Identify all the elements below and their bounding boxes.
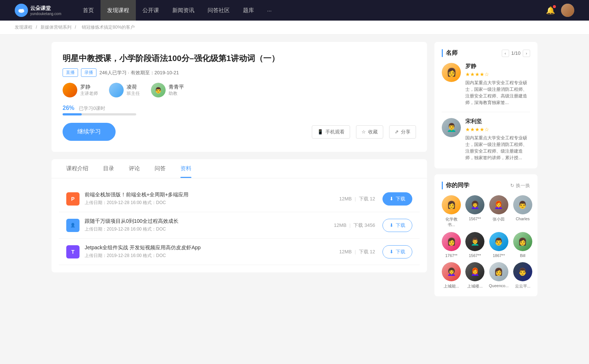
logo[interactable]: 云朵课堂 yundouketang.com <box>15 4 61 17</box>
prev-page-btn[interactable]: ‹ <box>502 50 509 57</box>
student-avatar-10: 👩‍🦰 <box>465 262 484 281</box>
tab-intro[interactable]: 课程介绍 <box>59 159 96 178</box>
teacher-name-2: 凌荷 <box>127 84 140 90</box>
student-name-9: 上城能... <box>444 283 459 289</box>
tab-comments[interactable]: 评论 <box>121 159 147 178</box>
teachers-title: 名师 <box>442 49 458 57</box>
progress-bar-bg <box>63 113 136 115</box>
file-info-1: 前端全栈加强版！前端全栈+全周期+多端应用 上传日期：2019-12-28 16… <box>85 192 339 206</box>
download-icon-1: ⬇ <box>389 196 394 201</box>
student-avatar-9: 👩‍🦱 <box>442 262 461 281</box>
file-meta-3: 上传日期：2019-12-28 16:00 格式：DOC <box>85 253 339 259</box>
nav-home[interactable]: 首页 <box>76 0 100 21</box>
student-name-8: Bill <box>520 253 525 258</box>
nav-news[interactable]: 新闻资讯 <box>166 0 201 21</box>
student-name-2: 1567** <box>469 217 481 221</box>
student-10: 👩‍🦰 上城楼... <box>465 262 484 289</box>
content-left: 明星中教授课，小学阶段语法100分–强化级第1讲动词（一） 直播 录播 246人… <box>52 42 427 302</box>
badge-record: 录播 <box>81 68 96 77</box>
breadcrumb-series[interactable]: 新媒体营销系列 <box>40 25 71 30</box>
teacher-role-3: 助教 <box>169 90 184 97</box>
badge-live: 直播 <box>63 68 78 77</box>
download-button-1[interactable]: ⬇ 下载 <box>382 192 412 206</box>
student-avatar-1: 👩 <box>442 195 461 214</box>
progress-bar-fill <box>63 113 82 115</box>
file-name-3: Jetpack全组件实战 开发短视频应用高仿皮皮虾App <box>85 245 339 251</box>
nav-discover[interactable]: 发现课程 <box>100 0 136 21</box>
student-7: 👨 1867** <box>489 232 509 258</box>
student-name-7: 1867** <box>493 253 505 258</box>
pagination: ‹ 1/10 › <box>502 50 530 57</box>
student-avatar-7: 👨 <box>489 232 508 251</box>
student-1: 👩 化学教书... <box>442 195 461 228</box>
action-buttons: 📱 手机观看 ☆ 收藏 ⇗ 分享 <box>312 125 416 139</box>
teacher-avatar-1 <box>63 83 77 97</box>
file-info-3: Jetpack全组件实战 开发短视频应用高仿皮皮虾App 上传日期：2019-1… <box>85 245 339 259</box>
download-icon-3: ⬇ <box>389 249 394 254</box>
download-icon-2: ⬇ <box>389 222 394 228</box>
share-button[interactable]: ⇗ 分享 <box>389 125 416 139</box>
download-button-2[interactable]: ⬇ 下载 <box>382 219 412 232</box>
notification-bell[interactable]: 🔔 <box>546 6 555 15</box>
nav-items: 首页 发现课程 公开课 新闻资讯 问答社区 题库 ··· <box>76 0 546 21</box>
breadcrumb-discover[interactable]: 发现课程 <box>15 25 32 30</box>
course-card: 明星中教授课，小学阶段语法100分–强化级第1讲动词（一） 直播 录播 246人… <box>52 42 427 152</box>
page-indicator: 1/10 <box>511 50 521 56</box>
progress-section: 26% 已学习0课时 <box>63 105 416 115</box>
sidebar-teacher-avatar-1: 👩 <box>442 63 461 82</box>
teacher-role-1: 主讲老师 <box>80 90 98 97</box>
student-name-5: 1767** <box>445 253 457 258</box>
student-9: 👩‍🦱 上城能... <box>442 262 461 289</box>
star-icon: ☆ <box>361 129 366 135</box>
nav-qa[interactable]: 问答社区 <box>201 0 236 21</box>
student-8: 👩 Bill <box>513 232 532 258</box>
continue-button[interactable]: 继续学习 <box>63 123 116 141</box>
phone-icon: 📱 <box>317 129 323 135</box>
file-name-1: 前端全栈加强版！前端全栈+全周期+多端应用 <box>85 192 339 198</box>
student-name-4: Charles <box>516 217 530 221</box>
user-avatar[interactable] <box>561 4 574 17</box>
teacher-role-2: 班主任 <box>127 90 140 97</box>
collect-button[interactable]: ☆ 收藏 <box>356 125 383 139</box>
svg-point-2 <box>21 9 24 11</box>
teacher-name-1: 罗静 <box>80 84 98 90</box>
teacher-name-3: 青青平 <box>169 84 184 90</box>
course-title: 明星中教授课，小学阶段语法100分–强化级第1讲动词（一） <box>63 53 416 64</box>
teacher-item-2: 凌荷 班主任 <box>109 83 140 97</box>
sidebar-teacher-desc-1: 国内某重点大学安全工程专业硕士，国家一级注册消防工程师、注册安全工程师、高级注册… <box>465 79 530 106</box>
tab-resources[interactable]: 资料 <box>173 159 199 178</box>
tab-qa[interactable]: 问答 <box>147 159 173 178</box>
student-avatar-3: 👩‍🦰 <box>489 195 508 214</box>
teachers-card: 名师 ‹ 1/10 › 👩 罗静 ★★★★☆ 国内某重点大学安全工程专业硕士 <box>434 42 537 168</box>
teacher-avatar-2 <box>109 83 124 97</box>
mobile-watch-button[interactable]: 📱 手机观看 <box>312 125 350 139</box>
student-12: 👨 云云平... <box>513 262 532 289</box>
nav-quiz[interactable]: 题库 <box>236 0 261 21</box>
sidebar-teacher-1: 👩 罗静 ★★★★☆ 国内某重点大学安全工程专业硕士，国家一级注册消防工程师、注… <box>442 63 530 112</box>
file-info-2: 跟随千万级项目从0到100全过程高效成长 上传日期：2019-12-28 16:… <box>85 218 334 232</box>
nav-right: 🔔 <box>546 4 574 17</box>
file-item-2: 👤 跟随千万级项目从0到100全过程高效成长 上传日期：2019-12-28 1… <box>59 212 420 239</box>
nav-more[interactable]: ··· <box>261 0 279 21</box>
refresh-button[interactable]: ↻ 换一换 <box>510 182 530 189</box>
student-5: 👩 1767** <box>442 232 461 258</box>
download-button-3[interactable]: ⬇ 下载 <box>382 245 412 258</box>
tab-catalog[interactable]: 目录 <box>96 159 121 178</box>
student-name-10: 上城楼... <box>467 283 483 289</box>
file-item-1: P 前端全栈加强版！前端全栈+全周期+多端应用 上传日期：2019-12-28 … <box>59 186 420 212</box>
student-avatar-4: 👨 <box>513 195 532 214</box>
teachers-card-header: 名师 ‹ 1/10 › <box>442 49 530 57</box>
notification-dot <box>553 5 556 8</box>
sidebar-teacher-stars-1: ★★★★☆ <box>465 71 530 77</box>
file-icon-2: 👤 <box>66 219 80 232</box>
sidebar-teacher-name-1: 罗静 <box>465 63 530 70</box>
file-stats-1: 12MB | 下载 12 <box>339 196 375 202</box>
file-stats-2: 12MB | 下载 3456 <box>334 222 375 229</box>
nav-open[interactable]: 公开课 <box>136 0 166 21</box>
student-name-1: 化学教书... <box>442 217 461 228</box>
file-item-3: T Jetpack全组件实战 开发短视频应用高仿皮皮虾App 上传日期：2019… <box>59 239 420 265</box>
sidebar-right: 名师 ‹ 1/10 › 👩 罗静 ★★★★☆ 国内某重点大学安全工程专业硕士 <box>434 42 537 302</box>
next-page-btn[interactable]: › <box>523 50 530 57</box>
student-6: 👨‍🦱 1567** <box>465 232 484 258</box>
file-icon-3: T <box>66 245 80 258</box>
